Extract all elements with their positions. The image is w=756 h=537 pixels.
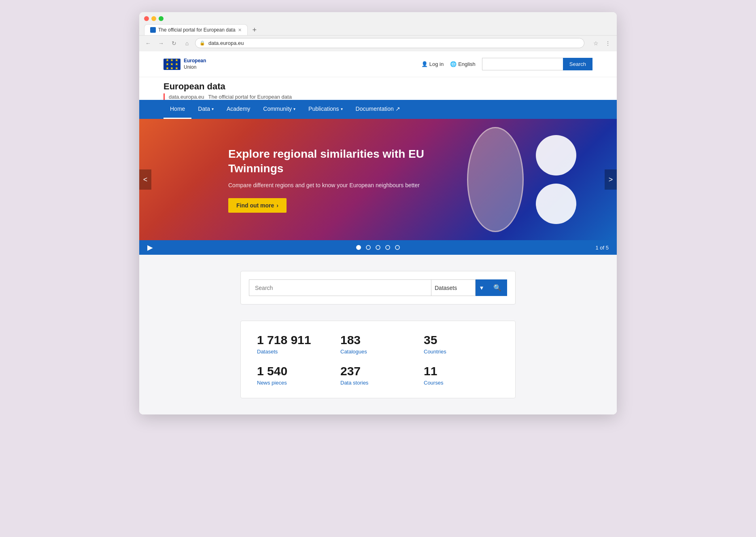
forward-button[interactable]: → (156, 38, 166, 48)
header-search-input[interactable] (482, 58, 563, 70)
carousel-dot-4[interactable] (385, 245, 390, 250)
portal-title: European data (164, 81, 592, 92)
new-tab-button[interactable]: + (249, 25, 260, 35)
stats-section: 1 718 911 Datasets 183 Catalogues 35 Cou… (139, 321, 617, 414)
hero-ellipse-shape (467, 127, 524, 232)
search-type-label: Datasets (435, 285, 457, 291)
browser-chrome: The official portal for European data ✕ … (139, 12, 617, 36)
stat-item-countries: 35 Countries (424, 333, 499, 355)
stat-number-datasets: 1 718 911 (257, 333, 332, 347)
home-button[interactable]: ⌂ (182, 38, 192, 48)
stat-number-countries: 35 (424, 333, 499, 347)
carousel-play-button[interactable]: ▶ (147, 243, 153, 252)
nav-data-chevron: ▾ (212, 107, 214, 111)
eu-logo-line1: European (184, 58, 206, 63)
nav-item-publications[interactable]: Publications ▾ (302, 100, 349, 119)
bookmark-button[interactable]: ☆ (591, 38, 601, 48)
eu-logo-text: European Union (184, 58, 206, 70)
language-label: English (458, 61, 476, 67)
carousel-dot-1[interactable] (356, 245, 361, 250)
search-icon: 🔍 (493, 284, 501, 291)
eu-logo: ★ ★ ★★ ★ ★★ ★ ★ European Union (164, 58, 206, 70)
login-label: Log in (429, 61, 444, 67)
nav-home-label: Home (170, 106, 185, 112)
browser-actions: ☆ ⋮ (591, 38, 613, 48)
stat-label-news[interactable]: News pieces (257, 380, 332, 386)
reload-button[interactable]: ↻ (169, 38, 179, 48)
hero-prev-button[interactable]: < (139, 169, 151, 190)
stat-label-catalogues[interactable]: Catalogues (340, 349, 416, 355)
hero-subtitle: Compare different regions and get to kno… (228, 182, 431, 188)
search-box: Datasets ▾ 🔍 (240, 271, 516, 304)
main-search-input[interactable] (249, 279, 431, 296)
hero-next-button[interactable]: > (605, 169, 617, 190)
active-tab[interactable]: The official portal for European data ✕ (144, 24, 248, 35)
carousel-counter: 1 of 5 (595, 245, 609, 251)
nav-item-academy[interactable]: Academy (220, 100, 257, 119)
stat-label-datasets[interactable]: Datasets (257, 349, 332, 355)
nav-documentation-label: Documentation ↗ (356, 106, 400, 112)
stat-label-courses[interactable]: Courses (424, 380, 499, 386)
carousel-dot-2[interactable] (366, 245, 371, 250)
login-button[interactable]: 👤 Log in (421, 61, 444, 67)
carousel-dot-3[interactable] (376, 245, 380, 250)
carousel-dot-5[interactable] (395, 245, 400, 250)
user-icon: 👤 (421, 61, 428, 67)
nav-publications-label: Publications (308, 106, 339, 112)
address-bar[interactable]: 🔒 data.europa.eu (195, 38, 584, 48)
browser-window: The official portal for European data ✕ … (139, 12, 617, 414)
close-button[interactable] (144, 16, 149, 21)
hero-circle-top (536, 135, 576, 175)
stat-item-news: 1 540 News pieces (257, 364, 332, 386)
hero-banner: < Explore regional similarities with EU … (139, 119, 617, 240)
portal-domain: data.europa.eu (169, 94, 204, 100)
maximize-button[interactable] (159, 16, 164, 21)
stat-label-countries[interactable]: Countries (424, 349, 499, 355)
menu-button[interactable]: ⋮ (603, 38, 613, 48)
eu-logo-line2: Union (184, 64, 196, 70)
hero-cta-arrow: › (276, 202, 278, 209)
hero-circles (536, 135, 576, 224)
stat-label-stories[interactable]: Data stories (340, 380, 416, 386)
stat-item-stories: 237 Data stories (340, 364, 416, 386)
hero-cta-button[interactable]: Find out more › (228, 198, 287, 213)
page-content: ★ ★ ★★ ★ ★★ ★ ★ European Union 👤 Log in … (139, 51, 617, 414)
stats-card: 1 718 911 Datasets 183 Catalogues 35 Cou… (240, 321, 516, 398)
hero-circle-bottom (536, 184, 576, 224)
globe-icon: 🌐 (450, 61, 457, 67)
header-search-bar: Search (482, 58, 592, 70)
chevron-down-icon: ▾ (480, 284, 483, 292)
lock-icon: 🔒 (200, 40, 205, 46)
address-bar-row: ← → ↻ ⌂ 🔒 data.europa.eu ☆ ⋮ (139, 36, 617, 51)
nav-item-community[interactable]: Community ▾ (257, 100, 302, 119)
nav-community-chevron: ▾ (293, 107, 295, 111)
nav-item-data[interactable]: Data ▾ (191, 100, 220, 119)
nav-academy-label: Academy (227, 106, 250, 112)
nav-community-label: Community (263, 106, 292, 112)
back-button[interactable]: ← (143, 38, 153, 48)
stat-item-datasets: 1 718 911 Datasets (257, 333, 332, 355)
url-display: data.europa.eu (208, 40, 244, 46)
search-go-button[interactable]: 🔍 (488, 279, 507, 296)
stat-number-catalogues: 183 (340, 333, 416, 347)
nav-item-documentation[interactable]: Documentation ↗ (349, 100, 407, 119)
stat-item-courses: 11 Courses (424, 364, 499, 386)
nav-item-home[interactable]: Home (164, 100, 191, 119)
minimize-button[interactable] (151, 16, 156, 21)
language-selector[interactable]: 🌐 English (450, 61, 476, 67)
browser-tabs: The official portal for European data ✕ (144, 24, 248, 35)
tab-favicon (150, 27, 156, 33)
header-nav: 👤 Log in 🌐 English Search (421, 58, 592, 70)
tab-close-button[interactable]: ✕ (238, 27, 242, 33)
search-type-chevron[interactable]: ▾ (476, 279, 488, 296)
hero-title: Explore regional similarities with EU Tw… (228, 147, 431, 176)
header-search-button[interactable]: Search (563, 58, 592, 70)
search-type-selector[interactable]: Datasets (431, 279, 476, 296)
hero-graphic (467, 127, 576, 232)
hero-content: Explore regional similarities with EU Tw… (228, 147, 431, 213)
portal-subtitle-text: The official portal for European data (208, 94, 291, 100)
nav-data-label: Data (198, 106, 210, 112)
main-navigation: Home Data ▾ Academy Community ▾ Publicat… (139, 100, 617, 119)
stat-item-catalogues: 183 Catalogues (340, 333, 416, 355)
subtitle-divider (164, 93, 165, 100)
